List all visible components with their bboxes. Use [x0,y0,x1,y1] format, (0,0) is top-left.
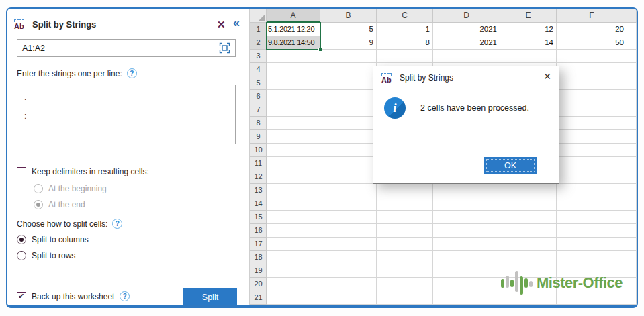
cell-B7[interactable] [320,103,377,117]
cell-E13[interactable] [500,184,557,197]
cell-B17[interactable] [320,238,377,251]
cell-B14[interactable] [320,197,377,211]
split-to-rows-row[interactable]: Split to rows [17,251,75,260]
cell-B15[interactable] [320,211,377,224]
cell-A21[interactable] [267,291,320,305]
cell-F15[interactable] [557,211,627,224]
cell-A2[interactable]: 9.8.2021 14:50 [267,36,320,50]
cell-D1[interactable]: 2021 [433,23,500,36]
cell-E15[interactable] [500,211,557,224]
keep-delimiters-row[interactable]: Keep delimiters in resulting cells: [17,167,149,176]
cell-A13[interactable] [267,184,320,197]
row-header-17[interactable]: 17 [250,238,267,251]
row-header-12[interactable]: 12 [250,170,267,184]
cell-B2[interactable]: 9 [320,36,377,50]
cell-B13[interactable] [320,184,377,197]
cell-B16[interactable] [320,224,377,238]
cell-A12[interactable] [267,170,320,184]
panel-close-icon[interactable]: ✕ [217,19,226,31]
row-header-16[interactable]: 16 [250,224,267,238]
ok-button[interactable]: OK [484,157,537,174]
row-header-13[interactable]: 13 [250,184,267,197]
column-header-C[interactable]: C [377,9,433,23]
split-to-rows-radio[interactable] [17,251,26,260]
cell-A9[interactable] [267,130,320,144]
cell-F6[interactable] [557,90,627,103]
cell-B18[interactable] [320,251,377,264]
split-to-columns-radio[interactable] [17,235,26,244]
cell-B6[interactable] [320,90,377,103]
cell-E1[interactable]: 12 [500,23,557,36]
cell-D20[interactable] [433,278,500,291]
at-beginning-row[interactable]: At the beginning [34,184,107,193]
at-end-radio[interactable] [34,200,43,209]
cell-B4[interactable] [320,63,377,76]
cell-E2[interactable]: 14 [500,36,557,50]
cell-D21[interactable] [433,291,500,305]
cell-E18[interactable] [500,251,557,264]
cell-A18[interactable] [267,251,320,264]
cell-B10[interactable] [320,144,377,157]
column-header-A[interactable]: A [267,9,320,23]
cell-C2[interactable]: 8 [377,36,433,50]
row-header-14[interactable]: 14 [250,197,267,211]
row-header-7[interactable]: 7 [250,103,267,117]
select-all-corner[interactable] [250,9,267,23]
cell-C18[interactable] [377,251,433,264]
cell-A3[interactable] [267,50,320,63]
backup-row[interactable]: Back up this worksheet ? [17,291,130,301]
cell-A14[interactable] [267,197,320,211]
column-header-B[interactable]: B [320,9,377,23]
cell-C14[interactable] [377,197,433,211]
column-header-D[interactable]: D [433,9,500,23]
cell-C19[interactable] [377,264,433,278]
row-header-10[interactable]: 10 [250,144,267,157]
cell-D19[interactable] [433,264,500,278]
cell-F9[interactable] [557,130,627,144]
cell-F4[interactable] [557,63,627,76]
cell-C3[interactable] [377,50,433,63]
cell-E3[interactable] [500,50,557,63]
row-header-8[interactable]: 8 [250,117,267,130]
split-to-columns-row[interactable]: Split to columns [17,235,89,244]
row-header-5[interactable]: 5 [250,76,267,90]
select-range-icon[interactable] [219,42,230,54]
cell-F18[interactable] [557,251,627,264]
cell-A10[interactable] [267,144,320,157]
cell-D17[interactable] [433,238,500,251]
cell-D3[interactable] [433,50,500,63]
range-input[interactable]: A1:A2 [17,39,236,57]
cell-F17[interactable] [557,238,627,251]
row-header-4[interactable]: 4 [250,63,267,76]
cell-E17[interactable] [500,238,557,251]
cell-F10[interactable] [557,144,627,157]
cell-B1[interactable]: 5 [320,23,377,36]
cell-D15[interactable] [433,211,500,224]
row-header-18[interactable]: 18 [250,251,267,264]
fill-handle[interactable] [318,48,322,52]
cell-A19[interactable] [267,264,320,278]
cell-E16[interactable] [500,224,557,238]
cell-F3[interactable] [557,50,627,63]
cell-D2[interactable]: 2021 [433,36,500,50]
row-header-1[interactable]: 1 [250,23,267,36]
row-header-15[interactable]: 15 [250,211,267,224]
cell-C17[interactable] [377,238,433,251]
cell-C20[interactable] [377,278,433,291]
cell-A6[interactable] [267,90,320,103]
cell-F14[interactable] [557,197,627,211]
backup-checkbox[interactable] [17,292,26,301]
at-end-row[interactable]: At the end [34,200,85,209]
cell-A5[interactable] [267,76,320,90]
cell-C13[interactable] [377,184,433,197]
split-button[interactable]: Split [183,288,237,306]
cell-C15[interactable] [377,211,433,224]
cell-B21[interactable] [320,291,377,305]
cell-B5[interactable] [320,76,377,90]
cell-C21[interactable] [377,291,433,305]
cell-F13[interactable] [557,184,627,197]
cell-F1[interactable]: 20 [557,23,627,36]
cell-A11[interactable] [267,157,320,170]
cell-A1[interactable]: 5.1.2021 12:20 [267,23,320,36]
cell-D13[interactable] [433,184,500,197]
